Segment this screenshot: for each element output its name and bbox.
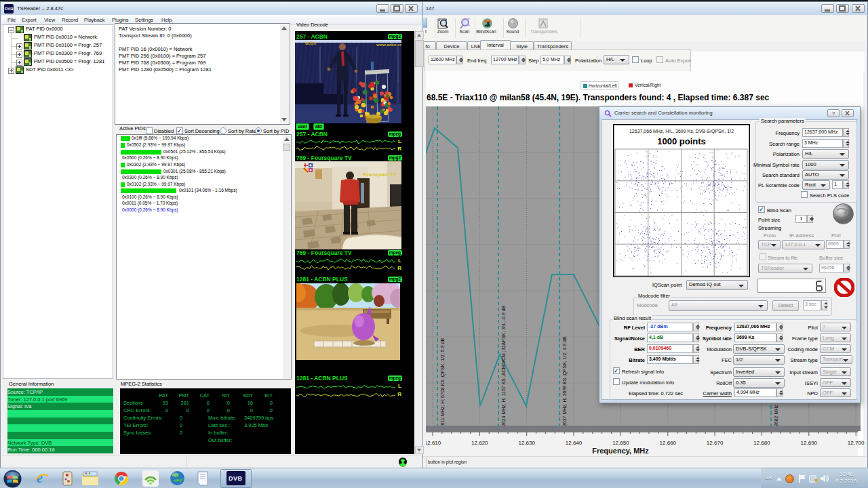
svg-text:Frequency, MHz: Frequency, MHz bbox=[592, 447, 649, 455]
svg-text:12.660: 12.660 bbox=[660, 440, 677, 446]
svg-text:12611 MHz; H; 6708 KS ;QPSK; 1: 12611 MHz; H; 6708 KS ;QPSK; 1/2; 5.9 dB bbox=[440, 338, 446, 430]
svg-text:!: ! bbox=[815, 479, 816, 483]
svg-text:12624 MHz; H; 1157 KS ;ACM/VCM: 12624 MHz; H; 1157 KS ;ACM/VCM ;32APSK; … bbox=[501, 305, 506, 429]
svg-text:Foursquare TV: Foursquare TV bbox=[363, 172, 397, 178]
svg-text:12.650: 12.650 bbox=[612, 440, 629, 446]
svg-text:12.640: 12.640 bbox=[566, 440, 583, 446]
svg-text:12637 MHz; H; 3699 KS ;QPSK; 1: 12637 MHz; H; 3699 KS ;QPSK; 1/2; 4.9 dB bbox=[562, 336, 568, 429]
svg-text:12.610: 12.610 bbox=[425, 440, 441, 446]
svg-text:12.680: 12.680 bbox=[753, 440, 770, 446]
svg-text:12.690: 12.690 bbox=[801, 440, 818, 446]
svg-text:12.630: 12.630 bbox=[518, 440, 535, 446]
svg-text:1000 points: 1000 points bbox=[657, 136, 706, 146]
svg-text:12.700: 12.700 bbox=[848, 440, 865, 446]
svg-text:12637,066 MHz, H/L, 3699 Ks, D: 12637,066 MHz, H/L, 3699 Ks, DVB-S/QPSK,… bbox=[629, 129, 734, 134]
svg-text:12.620: 12.620 bbox=[471, 440, 488, 446]
svg-text:12.670: 12.670 bbox=[707, 440, 724, 446]
svg-text:12682 MHz: 12682 MHz bbox=[774, 405, 778, 429]
svg-text:acbn: acbn bbox=[305, 41, 316, 45]
svg-text:www.acbn.org: www.acbn.org bbox=[376, 43, 401, 47]
